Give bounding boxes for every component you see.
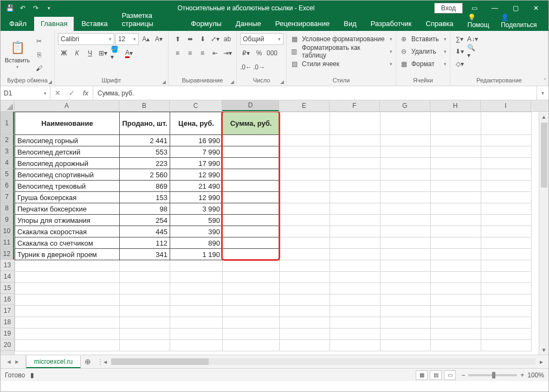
- cell[interactable]: [431, 249, 481, 260]
- col-header-H[interactable]: H: [430, 100, 481, 111]
- cell[interactable]: [431, 203, 481, 215]
- tab-formulas[interactable]: Формулы: [184, 17, 228, 31]
- cell[interactable]: [380, 340, 431, 351]
- cell[interactable]: [280, 329, 330, 340]
- cell[interactable]: [280, 249, 330, 260]
- font-size-combo[interactable]: 12▾: [115, 33, 139, 45]
- col-header-G[interactable]: G: [380, 100, 430, 111]
- cell[interactable]: [380, 294, 431, 306]
- cell-qty[interactable]: 2 441: [120, 135, 170, 146]
- minimize-icon[interactable]: —: [486, 2, 504, 14]
- border-icon[interactable]: ⊞▾: [97, 47, 109, 59]
- cell[interactable]: [481, 181, 532, 192]
- cell-qty[interactable]: 2 560: [120, 169, 170, 181]
- cell[interactable]: [431, 340, 481, 351]
- row-header-16[interactable]: 16: [1, 294, 14, 305]
- cell[interactable]: [330, 146, 380, 158]
- cell[interactable]: [280, 203, 330, 215]
- cell-name[interactable]: Велосипед дорожный: [15, 158, 120, 169]
- cell[interactable]: [481, 329, 532, 340]
- font-launcher-icon[interactable]: ◢: [162, 79, 166, 85]
- grow-font-icon[interactable]: A▴: [140, 33, 152, 45]
- align-left-icon[interactable]: ≡: [172, 47, 183, 59]
- cell-sum[interactable]: [223, 237, 280, 249]
- cell-name[interactable]: Велосипед детский: [15, 146, 120, 158]
- tab-data[interactable]: Данные: [229, 17, 268, 31]
- undo-icon[interactable]: ↶: [18, 3, 28, 13]
- cell-qty[interactable]: 341: [120, 249, 170, 260]
- cell[interactable]: [431, 329, 481, 340]
- cell[interactable]: [431, 260, 481, 272]
- zoom-level[interactable]: 100%: [527, 371, 544, 379]
- cell-price[interactable]: 890: [170, 237, 223, 249]
- cell[interactable]: [481, 226, 532, 237]
- align-middle-icon[interactable]: ⬌: [184, 33, 196, 45]
- autosum-icon[interactable]: ∑▾: [454, 33, 466, 45]
- name-box[interactable]: D1▾: [1, 86, 50, 100]
- increase-decimal-icon[interactable]: .0←: [240, 61, 252, 73]
- qat-dropdown-icon[interactable]: ▾: [44, 3, 54, 13]
- scroll-left-icon[interactable]: ◄: [100, 359, 110, 365]
- cell[interactable]: [223, 260, 280, 272]
- redo-icon[interactable]: ↷: [31, 3, 41, 13]
- sheet-next-icon[interactable]: ►: [14, 358, 20, 365]
- cell[interactable]: [223, 317, 280, 329]
- cell[interactable]: [120, 306, 170, 317]
- cell[interactable]: [330, 112, 380, 135]
- cell[interactable]: [280, 181, 330, 192]
- cell[interactable]: [330, 203, 380, 215]
- formula-bar[interactable]: Сумма, руб.: [93, 86, 537, 100]
- sheet-prev-icon[interactable]: ◄: [6, 358, 12, 365]
- cell[interactable]: [380, 203, 431, 215]
- clear-icon[interactable]: ◇▾: [454, 58, 466, 70]
- cell[interactable]: [380, 306, 431, 317]
- cell-qty[interactable]: 445: [120, 226, 170, 237]
- cell[interactable]: [431, 272, 481, 283]
- insert-cells-button[interactable]: ⊕Вставить▾: [399, 33, 447, 45]
- macro-record-icon[interactable]: ▮: [30, 371, 34, 379]
- cell-qty[interactable]: 223: [120, 158, 170, 169]
- cell-price[interactable]: 21 490: [170, 181, 223, 192]
- cell[interactable]: [330, 215, 380, 226]
- ribbon-options-icon[interactable]: ▭: [465, 2, 483, 14]
- cell[interactable]: [330, 226, 380, 237]
- zoom-slider[interactable]: [468, 374, 517, 376]
- tab-insert[interactable]: Вставка: [75, 17, 114, 31]
- format-cells-button[interactable]: ▦Формат▾: [399, 58, 447, 70]
- cell-sum[interactable]: [223, 169, 280, 181]
- cell-qty[interactable]: 98: [120, 203, 170, 215]
- align-launcher-icon[interactable]: ◢: [230, 79, 234, 85]
- cell[interactable]: [330, 272, 380, 283]
- delete-cells-button[interactable]: ⊖Удалить▾: [399, 46, 447, 57]
- cell[interactable]: [330, 294, 380, 306]
- header-cell[interactable]: Наименование: [15, 112, 120, 135]
- cell[interactable]: [280, 135, 330, 146]
- cell-sum[interactable]: [223, 215, 280, 226]
- cell-price[interactable]: 7 990: [170, 146, 223, 158]
- enter-formula-icon[interactable]: ✓: [64, 89, 79, 97]
- cell[interactable]: [481, 158, 532, 169]
- row-header-9[interactable]: 9: [1, 214, 14, 226]
- percent-icon[interactable]: %: [253, 47, 265, 59]
- cell[interactable]: [431, 306, 481, 317]
- cell[interactable]: [120, 272, 170, 283]
- cell[interactable]: [280, 272, 330, 283]
- cell-sum[interactable]: [223, 135, 280, 146]
- number-format-combo[interactable]: Общий▾: [240, 33, 283, 45]
- cell[interactable]: [280, 317, 330, 329]
- row-header-10[interactable]: 10: [1, 226, 14, 237]
- cell[interactable]: [380, 146, 431, 158]
- cell[interactable]: [481, 306, 532, 317]
- sort-filter-icon[interactable]: A↓▾: [467, 33, 479, 45]
- indent-decrease-icon[interactable]: ⇤: [209, 47, 221, 59]
- cell-name[interactable]: Велосипед горный: [15, 135, 120, 146]
- cell[interactable]: [481, 283, 532, 294]
- cell[interactable]: [280, 158, 330, 169]
- cell[interactable]: [431, 237, 481, 249]
- cell-price[interactable]: 590: [170, 215, 223, 226]
- cell[interactable]: [431, 112, 481, 135]
- fill-color-icon[interactable]: 🪣▾: [110, 47, 122, 59]
- select-all-corner[interactable]: [1, 100, 15, 112]
- cell[interactable]: [380, 158, 431, 169]
- cell[interactable]: [330, 237, 380, 249]
